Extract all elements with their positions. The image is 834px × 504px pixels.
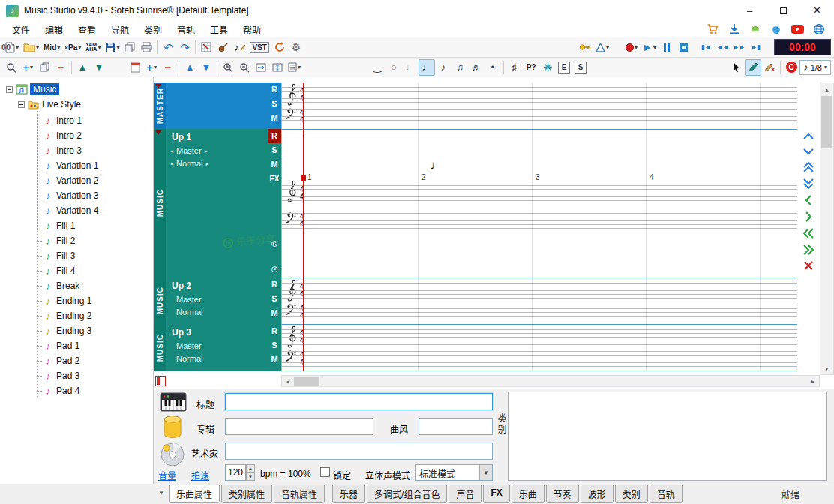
sharp-button[interactable]: ♯ — [506, 59, 523, 76]
scroll-down-button[interactable]: ▼ — [820, 362, 833, 374]
tree-item[interactable]: ♪ Intro 3 — [0, 143, 153, 158]
track-mode-selector[interactable]: Normal — [166, 304, 268, 316]
beamed-sixteenth-button[interactable]: ♬ — [468, 59, 484, 76]
download-icon[interactable] — [728, 23, 740, 35]
close-button[interactable]: × — [800, 0, 834, 21]
apple-icon[interactable] — [770, 23, 782, 35]
tree-item[interactable]: ♪ Variation 3 — [0, 188, 153, 203]
tree-item[interactable]: ♪ Pad 3 — [0, 368, 153, 383]
add-track-button[interactable]: +▾ — [143, 59, 160, 76]
category-notes-box[interactable] — [508, 392, 827, 481]
tree-item[interactable]: ♪ Pad 4 — [0, 383, 153, 398]
nudge-up-fast-button[interactable] — [802, 161, 814, 173]
tree-item[interactable]: ♪ Intro 1 — [0, 113, 153, 128]
track-solo-toggle[interactable]: S — [268, 292, 281, 306]
track-up3-staff[interactable]: 44 44 — [281, 324, 797, 371]
tree-item[interactable]: ♪ Pad 1 — [0, 338, 153, 353]
view-mode-button[interactable]: ▾ — [286, 59, 303, 76]
move-up-button[interactable]: ▲ — [74, 59, 91, 76]
stereo-mode-select[interactable]: 标准模式▼ — [415, 464, 493, 481]
tempo-link[interactable]: 拍速 — [191, 469, 209, 482]
tree-item[interactable]: ♪ Variation 4 — [0, 203, 153, 218]
track-mode-selector[interactable]: Normal — [166, 350, 268, 363]
album-input[interactable] — [225, 418, 374, 435]
track-source-selector[interactable]: Master — [166, 291, 268, 304]
remove-category-button[interactable]: − — [52, 59, 69, 76]
note-event[interactable]: ♩ — [430, 158, 442, 173]
half-note-button[interactable]: ♩ — [402, 59, 418, 76]
copyright-icon[interactable]: © — [268, 237, 281, 251]
menu-edit[interactable]: 编辑 — [38, 22, 70, 38]
track-fx-button[interactable]: FX — [268, 172, 281, 186]
split-view-button[interactable] — [127, 59, 143, 76]
horizontal-scroll-thumb[interactable] — [294, 376, 320, 386]
tempo-up-button[interactable]: ▲ — [246, 464, 255, 472]
track-up1-staff[interactable]: 1 2 3 4 ♩ 44 44 — [281, 129, 797, 278]
fit-height-button[interactable] — [269, 59, 286, 76]
tree-item[interactable]: ♪ Ending 1 — [0, 293, 153, 308]
tree-group-live-style[interactable]: Live Style — [42, 99, 81, 110]
menu-navigate[interactable]: 导航 — [104, 22, 136, 38]
tree-item[interactable]: ♪ Pad 2 — [0, 353, 153, 368]
bottom-tab[interactable]: 音轨属性 — [274, 485, 325, 503]
track-record-toggle[interactable]: R — [268, 324, 281, 338]
bottom-tab[interactable]: 声音 — [448, 485, 482, 503]
dotted-note-button[interactable]: • — [484, 59, 501, 76]
zoom-in-button[interactable] — [220, 59, 236, 76]
track-mute-toggle[interactable]: M — [268, 158, 281, 172]
add-category-button[interactable]: +▾ — [20, 59, 36, 76]
bottom-tab[interactable]: 乐器 — [332, 485, 365, 503]
tree-item[interactable]: ♪ Fill 3 — [0, 248, 153, 263]
music-strip[interactable]: MUSIC — [154, 278, 166, 324]
fit-width-button[interactable] — [253, 59, 269, 76]
remove-track-button[interactable]: − — [160, 59, 176, 76]
splitter-button[interactable] — [155, 376, 166, 386]
master-record-toggle[interactable]: R — [268, 82, 281, 97]
track-down-button[interactable]: ▼ — [198, 59, 214, 76]
track-up-button[interactable]: ▲ — [182, 59, 198, 76]
tree-root-music[interactable]: Music — [30, 83, 59, 95]
minimize-button[interactable]: – — [733, 0, 766, 21]
maximize-button[interactable] — [766, 0, 800, 21]
nudge-right-button[interactable] — [803, 211, 814, 223]
track-up2-staff[interactable]: 44 44 — [281, 278, 797, 324]
lock-checkbox[interactable] — [320, 467, 330, 477]
menu-tools[interactable]: 工具 — [202, 22, 236, 38]
track-record-toggle[interactable]: R — [268, 278, 281, 292]
track-name[interactable]: Up 2 — [166, 278, 268, 291]
track-mute-toggle[interactable]: M — [268, 352, 281, 367]
quantize-question-button[interactable]: P? — [523, 59, 539, 76]
nudge-down-button[interactable] — [802, 146, 814, 157]
bottom-tab[interactable]: 多调式/组合音色 — [367, 485, 447, 503]
search-icon[interactable] — [3, 59, 20, 76]
nudge-up-button[interactable] — [802, 131, 814, 142]
tree-collapse-group[interactable] — [18, 101, 25, 108]
delete-event-button[interactable] — [803, 260, 814, 271]
pen-tool-button[interactable] — [745, 59, 761, 76]
nudge-left-button[interactable] — [803, 194, 814, 206]
bottom-tab[interactable]: 波形 — [580, 485, 614, 503]
master-staff[interactable]: 44 44 — [281, 82, 797, 129]
track-name[interactable]: Up 3 — [166, 324, 268, 338]
nudge-down-fast-button[interactable] — [802, 178, 814, 190]
web-globe-icon[interactable] — [813, 23, 825, 35]
horizontal-scrollbar[interactable]: ◄ ► — [281, 375, 820, 387]
tree-item[interactable]: ♪ Ending 2 — [0, 308, 153, 323]
music-strip[interactable]: MUSIC — [154, 324, 166, 371]
artist-input[interactable] — [225, 442, 493, 460]
track-mode-selector[interactable]: ◂Normal▸ — [166, 155, 268, 168]
scroll-left-button[interactable]: ◄ — [282, 376, 294, 386]
shop-cart-icon[interactable] — [706, 23, 719, 35]
erase-tool-button[interactable] — [761, 59, 778, 76]
move-down-button[interactable]: ▼ — [91, 59, 107, 76]
tree-item[interactable]: ♪ Ending 3 — [0, 323, 153, 338]
genre-input[interactable] — [418, 418, 493, 435]
menu-category[interactable]: 类别 — [136, 22, 170, 38]
tie-button[interactable]: ‿ — [369, 59, 386, 76]
tempo-input[interactable] — [225, 464, 246, 481]
master-strip[interactable]: MASTER — [154, 82, 166, 129]
track-mute-toggle[interactable]: M — [268, 306, 281, 320]
bottom-tab[interactable]: 乐曲属性 — [169, 485, 220, 503]
copy-category-button[interactable] — [36, 59, 52, 76]
tree-item[interactable]: ♪ Intro 2 — [0, 128, 153, 143]
